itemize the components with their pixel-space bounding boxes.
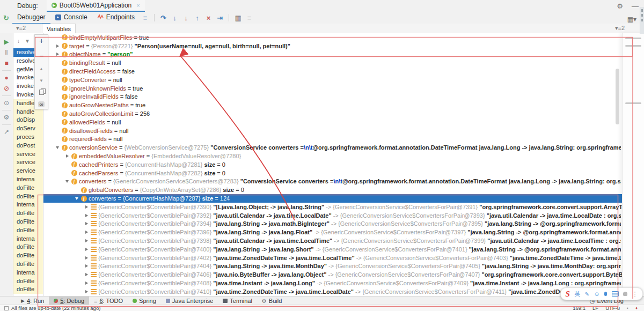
variable-row[interactable]: fautoGrowNestedPaths = true [43, 101, 644, 109]
pause-icon[interactable]: Ⅱ [5, 47, 8, 58]
frame-item[interactable]: service [13, 158, 43, 167]
variable-row[interactable]: fallowedFields = null [43, 118, 644, 127]
chevron-right-icon[interactable] [83, 222, 90, 225]
variable-row[interactable]: fcachedParsers = {ConcurrentHashMap@7282… [43, 169, 644, 177]
settings-menu-icon[interactable]: ≡ [244, 14, 255, 22]
variable-row[interactable]: {GenericConverter$ConvertiblePair@7410} … [43, 287, 644, 296]
frame-item[interactable]: doFilte [13, 226, 43, 235]
frame-item[interactable]: doPost [13, 142, 43, 150]
frame-item[interactable]: doFilte [13, 218, 43, 226]
variable-row[interactable]: {GenericConverter$ConvertiblePair@7408} … [43, 279, 644, 287]
tool-window-button-spring[interactable]: Spring [128, 297, 161, 305]
mute-breakpoints-icon[interactable]: ⊘ [4, 83, 9, 94]
variable-row[interactable]: {GenericConverter$ConvertiblePair@7396} … [43, 228, 644, 236]
tool-window-button-build[interactable]: ⚙Build [257, 297, 287, 305]
variable-row[interactable]: {GenericConverter$ConvertiblePair@7402} … [43, 254, 644, 262]
chevron-right-icon[interactable] [83, 239, 90, 242]
step-into-icon[interactable]: ↓ [169, 14, 180, 22]
layout-badge-left[interactable]: ▾≡2 [16, 25, 26, 32]
chevron-down-icon[interactable] [74, 197, 80, 200]
hide-panel-icon[interactable]: — [632, 2, 639, 10]
chevron-right-icon[interactable] [83, 231, 90, 234]
variable-row[interactable]: ftarget = {Person@7221} "Person(userName… [43, 42, 644, 50]
variable-row[interactable]: {GenericConverter$ConvertiblePair@7406} … [43, 270, 644, 279]
tool-window-button-terminal[interactable]: Terminal [218, 297, 257, 305]
frame-item[interactable]: doDisp [13, 116, 43, 124]
variable-row[interactable]: {GenericConverter$ConvertiblePair@7394} … [43, 220, 644, 228]
run-to-cursor-icon[interactable]: ⇥ [214, 14, 225, 22]
frame-item[interactable]: doFilte [13, 243, 43, 251]
force-step-into-icon[interactable]: ↓ [180, 14, 192, 22]
ime-account-icon[interactable] [623, 292, 627, 296]
tab-variables[interactable]: Variables [42, 24, 76, 33]
view-breakpoints-icon[interactable]: ● [4, 72, 8, 83]
thread-dump-camera-icon[interactable]: ⊙ [4, 98, 9, 108]
frame-item[interactable]: interna [13, 269, 43, 277]
debugger-settings-gear-icon[interactable]: ⚙ [4, 112, 10, 123]
variable-row[interactable]: fglobalConverters = {CopyOnWriteArraySet… [43, 186, 644, 194]
frame-item[interactable]: doFilte [13, 184, 43, 192]
sogou-logo-icon[interactable]: S [565, 290, 569, 299]
close-icon[interactable]: × [136, 2, 140, 9]
frame-item[interactable]: doFilte [13, 251, 43, 260]
restore-layout-icon[interactable]: ▦▾ [627, 16, 636, 23]
variable-row[interactable]: frequiredFields = null [43, 135, 644, 144]
variable-row[interactable]: fconversionService = {WebConversionServi… [43, 143, 644, 152]
tool-window-button-debug[interactable]: 5: Debug [49, 297, 89, 305]
chevron-right-icon[interactable] [83, 290, 90, 293]
variable-row[interactable]: fignoreUnknownFields = true [43, 84, 644, 93]
ime-keyboard-icon[interactable] [612, 291, 619, 297]
chevron-right-icon[interactable] [83, 282, 90, 285]
chevron-right-icon[interactable] [54, 53, 61, 56]
variable-row[interactable]: ftypeConverter = null [43, 76, 644, 84]
drop-frame-icon[interactable]: × [203, 14, 214, 22]
chevron-right-icon[interactable] [83, 256, 90, 260]
chevron-right-icon[interactable] [83, 214, 90, 217]
variable-row[interactable]: fbindingResult = null [43, 58, 644, 67]
variable-row[interactable]: fbindEmptyMultipartFiles = true [43, 33, 644, 42]
ime-language-toggle[interactable]: 英 [574, 290, 580, 298]
tool-tab-console[interactable]: ▸Console [50, 12, 92, 23]
chevron-right-icon[interactable] [64, 154, 70, 158]
frame-item[interactable]: proces [13, 133, 43, 142]
chevron-down-icon[interactable] [54, 146, 61, 149]
variable-row[interactable]: fobjectName = "person" [43, 50, 644, 59]
run-config-tab[interactable]: ▶ Boot05Web01Application × [47, 0, 145, 12]
chevron-right-icon[interactable] [54, 45, 61, 48]
chevron-down-icon[interactable] [64, 180, 70, 183]
line-ending[interactable]: LF [592, 305, 598, 311]
lock-icon[interactable]: ▪ [627, 306, 628, 310]
duplicate-icon[interactable] [39, 90, 44, 95]
remove-watch-icon[interactable]: − [39, 51, 43, 60]
tool-window-button-run[interactable]: ▶4: Run [16, 297, 49, 305]
frames-sort-icon[interactable]: ↓ [17, 38, 20, 44]
chevron-right-icon[interactable] [83, 248, 90, 251]
variable-row[interactable]: fconverters = {GenericConversionService$… [43, 177, 644, 186]
frames-filter-icon[interactable]: ▼ [25, 38, 30, 44]
variable-row[interactable]: {GenericConverter$ConvertiblePair@7390} … [43, 203, 644, 211]
ime-pen-icon[interactable]: ✎ [585, 291, 589, 297]
frame-item[interactable]: service [13, 167, 43, 175]
variable-row[interactable]: fdirectFieldAccess = false [43, 67, 644, 76]
step-over-icon[interactable]: ↷ [158, 14, 169, 22]
frame-item[interactable]: doFilte [13, 285, 43, 294]
add-watch-icon[interactable]: + [39, 36, 43, 45]
variable-row[interactable]: fconverters = {ConcurrentHashMap@7287} s… [43, 194, 644, 203]
ime-more-icon[interactable]: ⋮ [632, 291, 638, 298]
more-menu-icon[interactable]: ≡ [140, 14, 151, 22]
tool-window-button-todo[interactable]: ≡6: TODO [89, 297, 128, 305]
chevron-right-icon[interactable] [83, 273, 90, 276]
show-watches-icon[interactable]: ∞ [38, 101, 44, 107]
frame-item[interactable]: doFilte [13, 277, 43, 286]
tool-tab-debugger[interactable]: Debugger [12, 12, 50, 24]
variable-row[interactable]: {GenericConverter$ConvertiblePair@7392} … [43, 211, 644, 220]
ime-emoji-icon[interactable]: ☺ [594, 291, 599, 297]
frame-item[interactable]: interna [13, 201, 43, 209]
tool-window-button-java-enterprise[interactable]: Java Enterprise [161, 297, 218, 305]
frame-item[interactable]: doFilte [13, 192, 43, 201]
notification-icon[interactable]: ♦ [635, 306, 638, 310]
frame-item[interactable]: doFilte [13, 260, 43, 269]
move-up-icon[interactable]: ▲ [39, 66, 43, 71]
chevron-right-icon[interactable] [83, 264, 90, 268]
variable-row[interactable]: fautoGrowCollectionLimit = 256 [43, 109, 644, 118]
